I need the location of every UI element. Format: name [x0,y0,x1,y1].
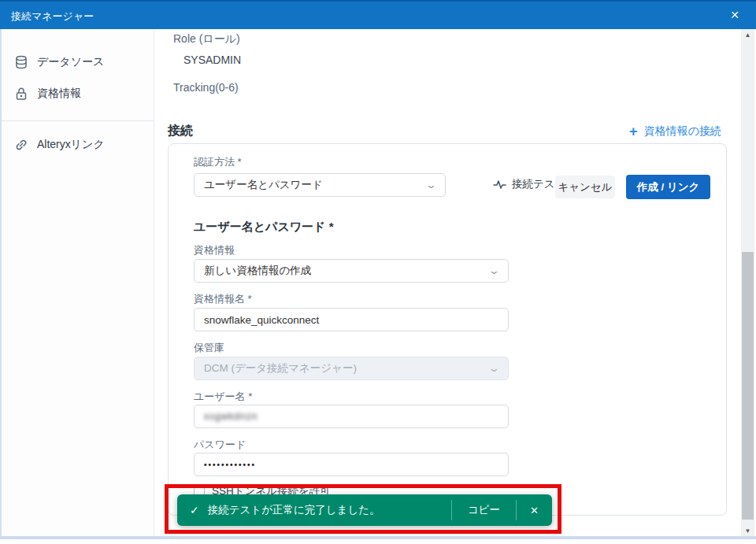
chevron-down-icon: ⌄ [488,267,500,275]
database-icon [14,55,28,69]
role-value: SYSADMIN [183,54,241,66]
toast-close-icon[interactable]: ✕ [517,494,552,526]
vault-label: 保管庫 [194,341,224,355]
auth-method-label: 認証方法 * [194,155,242,169]
username-password-section-heading: ユーザー名とパスワード * [194,220,333,235]
credential-name-label: 資格情報名 * [194,292,252,306]
window-left-border [0,29,2,538]
credential-label: 資格情報 [194,243,235,257]
username-label: ユーザー名 * [194,390,252,404]
vault-value: DCM (データ接続マネージャー) [204,361,357,376]
cancel-button[interactable]: キャンセル [555,176,615,198]
sidebar-divider [2,120,154,121]
vertical-scrollbar[interactable]: ▲ ▼ [741,29,754,538]
create-link-button[interactable]: 作成 / リンク [626,175,710,199]
username-input[interactable]: xsgwkdnzn [194,405,509,428]
sidebar-item-credentials[interactable]: 資格情報 [14,87,81,101]
add-credential-link[interactable]: + 資格情報の接続 [629,124,721,139]
scrollbar-thumb[interactable] [742,252,754,520]
password-label: パスワード [194,438,246,452]
toast-message: 接続テストが正常に完了しました。 [208,503,451,517]
password-input[interactable]: •••••••••••• [194,453,509,476]
connection-heading: 接続 [168,123,193,139]
sidebar-item-label: データソース [37,55,104,69]
toast-copy-button[interactable]: コピー [452,494,516,526]
scroll-up-icon[interactable]: ▲ [741,29,754,42]
password-masked-value: •••••••••••• [204,461,256,469]
sidebar-item-label: 資格情報 [37,87,81,101]
tracking-label: Tracking(0-6) [173,81,239,94]
sidebar-item-data-sources[interactable]: データソース [14,55,104,69]
window-close-icon[interactable]: ✕ [730,9,739,21]
chevron-down-icon: ⌄ [488,365,500,372]
credential-select[interactable]: 新しい資格情報の作成 ⌄ [194,259,509,283]
sidebar-item-label: Alteryxリンク [37,138,105,152]
connection-form-card: 認証方法 * ユーザー名とパスワード ⌄ 接続テスト キャンセル 作成 / リン… [168,143,727,516]
title-bar: 接続マネージャー ✕ [0,0,756,29]
vault-select: DCM (データ接続マネージャー) ⌄ [194,357,509,380]
auth-method-select[interactable]: ユーザー名とパスワード ⌄ [194,173,446,197]
main-content: Role (ロール) SYSADMIN Tracking(0-6) 接続 + 資… [155,29,741,536]
lock-icon [14,87,28,101]
credential-value: 新しい資格情報の作成 [204,264,311,278]
add-credential-label: 資格情報の接続 [644,124,721,139]
sidebar: データソース 資格情報 Alteryxリンク [2,29,154,536]
success-toast: ✓ 接続テストが正常に完了しました。 コピー ✕ [177,494,552,526]
role-label: Role (ロール) [173,32,240,46]
window-title: 接続マネージャー [11,9,94,24]
window-bottom-border [0,536,756,539]
chevron-down-icon: ⌄ [425,181,437,189]
credential-name-value: snowflake_quickconnect [204,314,319,326]
credential-name-input[interactable]: snowflake_quickconnect [194,308,509,331]
username-obscured-value: xsgwkdnzn [204,411,258,422]
connection-manager-window: 接続マネージャー ✕ データソース 資格情報 [0,0,756,544]
link-icon [14,138,28,152]
activity-pulse-icon [493,179,506,191]
plus-icon: + [629,125,638,138]
checkmark-icon: ✓ [190,504,199,516]
sidebar-item-alteryx-links[interactable]: Alteryxリンク [14,138,105,152]
auth-method-value: ユーザー名とパスワード [204,178,323,192]
